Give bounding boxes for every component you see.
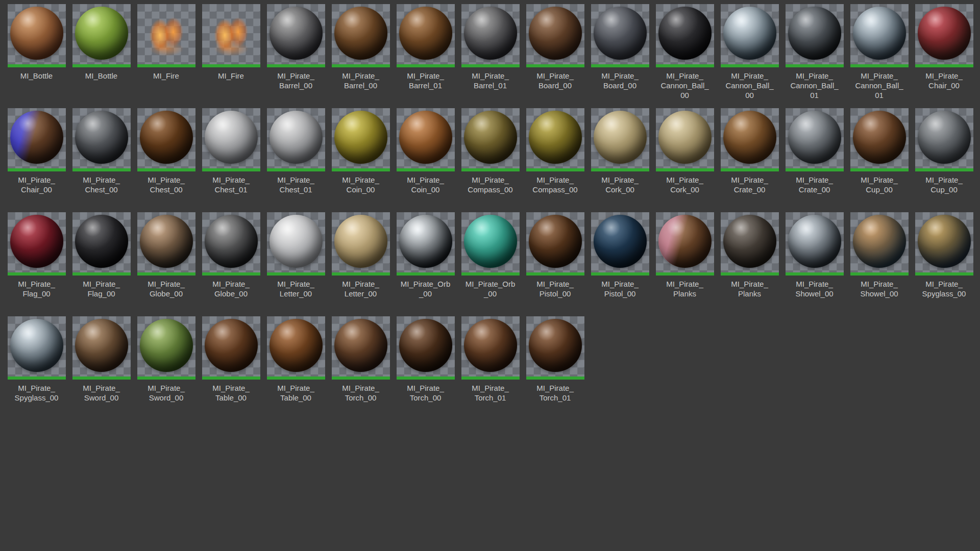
asset-tile[interactable]: MI_Pirate_ Cup_00	[912, 108, 976, 194]
asset-tile[interactable]: MI_Pirate_ Letter_00	[328, 212, 393, 298]
asset-tile[interactable]: MI_Pirate_ Barrel_00	[328, 4, 393, 90]
asset-tile[interactable]: MI_Pirate_ Sword_00	[69, 316, 134, 403]
asset-tile[interactable]: MI_Pirate_ Coin_00	[328, 108, 393, 194]
material-sphere	[204, 8, 258, 60]
asset-tile[interactable]: MI_Pirate_ Board_00	[523, 4, 587, 90]
material-instance-color-bar	[72, 272, 131, 276]
material-instance-color-bar	[137, 272, 195, 276]
asset-tile[interactable]: MI_Pirate_ Barrel_01	[393, 4, 458, 90]
asset-tile[interactable]: MI_Pirate_ Pistol_00	[587, 212, 652, 298]
sphere-highlight-icon	[529, 319, 582, 372]
asset-tile[interactable]: MI_Pirate_ Pistol_00	[523, 212, 587, 298]
asset-tile[interactable]: MI_Pirate_ Barrel_01	[458, 4, 523, 90]
asset-tile[interactable]: MI_Pirate_ Board_00	[587, 4, 652, 90]
sphere-highlight-icon	[918, 111, 971, 164]
asset-tile[interactable]: MI_Pirate_ Chair_00	[4, 108, 69, 194]
asset-label: MI_Pirate_ Cup_00	[861, 175, 898, 194]
asset-label: MI_Pirate_Orb _00	[401, 279, 451, 298]
asset-tile[interactable]: MI_Pirate_ Cannon_Ball_ 00	[717, 4, 782, 100]
material-instance-color-bar	[202, 64, 260, 67]
asset-tile[interactable]: MI_Pirate_ Chest_00	[69, 108, 134, 194]
sphere-highlight-icon	[75, 7, 128, 60]
asset-tile[interactable]: MI_Fire	[199, 4, 263, 81]
asset-label: MI_Pirate_ Planks	[731, 279, 768, 298]
sphere-highlight-icon	[788, 111, 841, 164]
material-instance-color-bar	[8, 64, 66, 67]
asset-tile[interactable]: MI_Pirate_ Torch_01	[458, 316, 523, 403]
asset-tile[interactable]: MI_Pirate_ Showel_00	[847, 212, 912, 298]
material-sphere	[399, 7, 452, 60]
asset-tile[interactable]: MI_Bottle	[4, 4, 69, 81]
asset-thumbnail	[461, 212, 520, 276]
sphere-highlight-icon	[270, 111, 323, 164]
material-instance-color-bar	[267, 64, 325, 67]
material-sphere	[529, 7, 582, 60]
material-instance-color-bar	[915, 272, 973, 276]
asset-tile[interactable]: MI_Pirate_ Globe_00	[199, 212, 263, 298]
asset-tile[interactable]: MI_Pirate_ Compass_00	[523, 108, 587, 194]
asset-thumbnail	[397, 316, 455, 380]
asset-tile[interactable]: MI_Pirate_ Chest_01	[199, 108, 263, 194]
sphere-highlight-icon	[10, 215, 63, 268]
asset-tile[interactable]: MI_Pirate_Orb _00	[458, 212, 523, 298]
asset-tile[interactable]: MI_Pirate_ Spyglass_00	[912, 212, 976, 298]
asset-thumbnail	[267, 4, 325, 67]
asset-tile[interactable]: MI_Pirate_ Barrel_00	[263, 4, 328, 90]
asset-tile[interactable]: MI_Pirate_ Cannon_Ball_ 01	[782, 4, 847, 100]
asset-tile[interactable]: MI_Pirate_ Flag_00	[69, 212, 134, 298]
asset-thumbnail	[526, 212, 584, 276]
material-instance-color-bar	[461, 168, 520, 171]
asset-thumbnail	[915, 4, 973, 67]
sphere-highlight-icon	[399, 319, 452, 372]
sphere-highlight-icon	[75, 215, 128, 268]
asset-tile[interactable]: MI_Pirate_ Sword_00	[134, 316, 199, 403]
asset-tile[interactable]: MI_Pirate_ Torch_00	[328, 316, 393, 403]
material-sphere	[594, 215, 647, 268]
asset-tile[interactable]: MI_Pirate_ Torch_01	[523, 316, 587, 403]
asset-tile[interactable]: MI_Pirate_ Chest_01	[263, 108, 328, 194]
asset-thumbnail	[137, 4, 195, 67]
sphere-highlight-icon	[464, 215, 517, 268]
asset-tile[interactable]: MI_Pirate_ Cannon_Ball_ 00	[652, 4, 717, 100]
material-instance-color-bar	[786, 168, 844, 171]
sphere-highlight-icon	[205, 111, 258, 164]
sphere-highlight-icon	[205, 215, 258, 268]
material-sphere	[464, 215, 517, 268]
asset-tile[interactable]: MI_Pirate_ Chair_00	[912, 4, 976, 90]
asset-tile[interactable]: MI_Pirate_ Compass_00	[458, 108, 523, 194]
asset-tile[interactable]: MI_Pirate_ Crate_00	[782, 108, 847, 194]
material-instance-color-bar	[591, 64, 649, 67]
asset-tile[interactable]: MI_Pirate_ Cannon_Ball_ 01	[847, 4, 912, 100]
sphere-highlight-icon	[918, 215, 971, 268]
asset-tile[interactable]: MI_Pirate_ Showel_00	[782, 212, 847, 298]
sphere-highlight-icon	[270, 215, 323, 268]
asset-tile[interactable]: MI_Pirate_ Globe_00	[134, 212, 199, 298]
asset-tile[interactable]: MI_Fire	[134, 4, 199, 81]
asset-thumbnail	[72, 4, 131, 67]
asset-tile[interactable]: MI_Pirate_Orb _00	[393, 212, 458, 298]
sphere-highlight-icon	[140, 319, 193, 372]
asset-tile[interactable]: MI_Bottle	[69, 4, 134, 81]
material-sphere	[205, 111, 258, 164]
asset-tile[interactable]: MI_Pirate_ Torch_00	[393, 316, 458, 403]
asset-tile[interactable]: MI_Pirate_ Chest_00	[134, 108, 199, 194]
asset-tile[interactable]: MI_Pirate_ Crate_00	[717, 108, 782, 194]
material-sphere	[918, 111, 971, 164]
material-sphere	[75, 215, 128, 268]
asset-tile[interactable]: MI_Pirate_ Table_00	[263, 316, 328, 403]
sphere-highlight-icon	[140, 215, 193, 268]
asset-label: MI_Pirate_ Globe_00	[148, 279, 185, 298]
asset-tile[interactable]: MI_Pirate_ Spyglass_00	[4, 316, 69, 403]
asset-tile[interactable]: MI_Pirate_ Table_00	[199, 316, 263, 403]
asset-label: MI_Pirate_ Letter_00	[342, 279, 379, 298]
asset-tile[interactable]: MI_Pirate_ Letter_00	[263, 212, 328, 298]
asset-tile[interactable]: MI_Pirate_ Flag_00	[4, 212, 69, 298]
asset-tile[interactable]: MI_Pirate_ Planks	[717, 212, 782, 298]
asset-tile[interactable]: MI_Pirate_ Cup_00	[847, 108, 912, 194]
asset-tile[interactable]: MI_Pirate_ Planks	[652, 212, 717, 298]
asset-label: MI_Pirate_ Showel_00	[860, 279, 898, 298]
asset-tile[interactable]: MI_Pirate_ Cork_00	[587, 108, 652, 194]
asset-tile[interactable]: MI_Pirate_ Coin_00	[393, 108, 458, 194]
asset-tile[interactable]: MI_Pirate_ Cork_00	[652, 108, 717, 194]
asset-label: MI_Fire	[153, 71, 179, 81]
